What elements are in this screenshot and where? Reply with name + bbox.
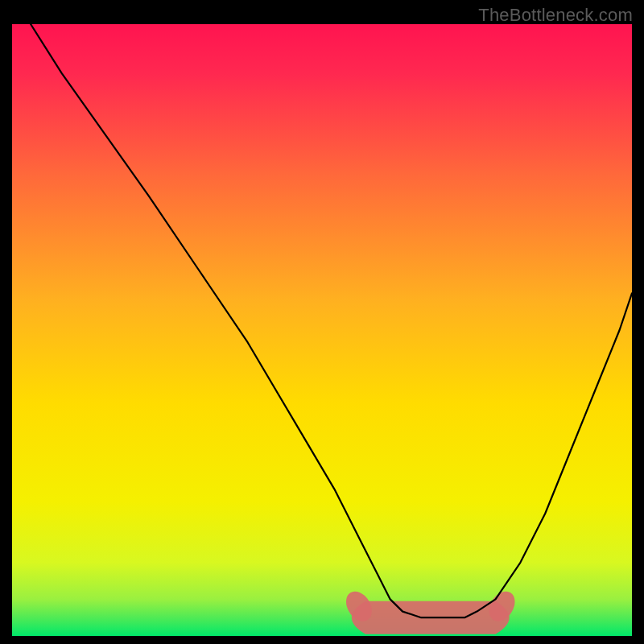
chart-frame: TheBottleneck.com xyxy=(0,0,644,644)
gradient-background xyxy=(12,24,632,636)
watermark-text: TheBottleneck.com xyxy=(478,5,633,26)
chart-svg xyxy=(12,24,632,636)
plot-area xyxy=(12,24,632,636)
